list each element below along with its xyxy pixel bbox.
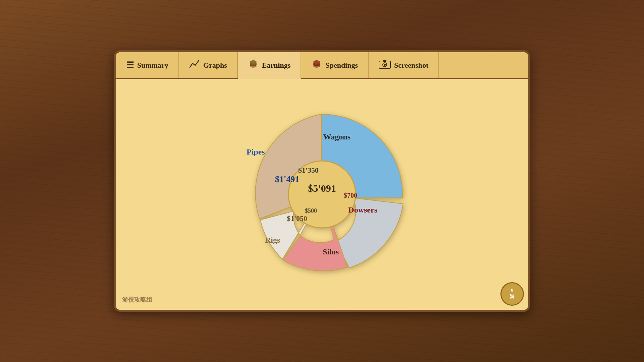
summary-icon: ☰	[126, 60, 134, 70]
tab-graphs[interactable]: Graphs	[179, 52, 238, 78]
chart-center-hole	[288, 161, 356, 228]
tab-spendings[interactable]: Spendings	[301, 52, 369, 78]
main-panel: ☰ Summary Graphs	[114, 50, 530, 312]
svg-rect-9	[383, 60, 386, 62]
graphs-icon	[189, 59, 200, 71]
earnings-icon	[248, 59, 259, 72]
spendings-icon	[311, 59, 322, 72]
tab-earnings[interactable]: Earnings	[238, 52, 302, 79]
tab-earnings-label: Earnings	[262, 61, 291, 70]
watermark: 游侠攻略组	[122, 296, 152, 304]
tab-summary[interactable]: ☰ Summary	[116, 52, 179, 78]
tab-graphs-label: Graphs	[203, 61, 227, 70]
tab-summary-label: Summary	[137, 61, 168, 70]
wood-background: ☰ Summary Graphs	[0, 0, 644, 362]
tab-screenshot[interactable]: Screenshot	[369, 52, 439, 78]
logo-9you: 9游	[500, 282, 524, 306]
svg-point-11	[384, 64, 386, 66]
content-area: $5'091 Pipes Wagons Dowsers Silos Rigs $…	[116, 79, 528, 310]
chart-total-label: $5'091	[308, 183, 336, 194]
tab-bar: ☰ Summary Graphs	[116, 52, 528, 79]
screenshot-icon	[379, 59, 391, 71]
pie-chart-svg: $5'091	[228, 101, 416, 288]
tab-screenshot-label: Screenshot	[394, 61, 428, 70]
tab-spendings-label: Spendings	[325, 61, 358, 70]
chart-container: $5'091 Pipes Wagons Dowsers Silos Rigs $…	[228, 101, 416, 288]
